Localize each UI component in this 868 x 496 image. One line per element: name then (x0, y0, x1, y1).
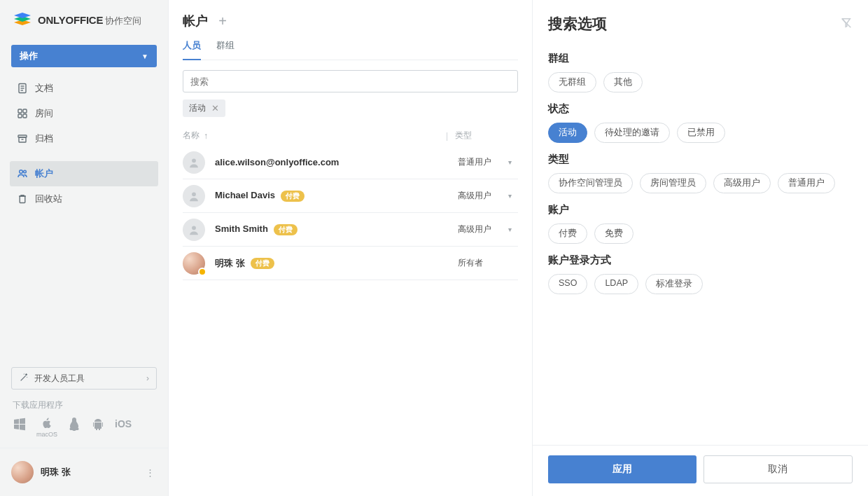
nav: 文档 房间 归档 帐户 回收站 (0, 76, 168, 212)
nav-accounts[interactable]: 帐户 (10, 161, 158, 186)
filter-section-title: 状态 (548, 102, 853, 116)
filter-chip-label: 活动 (189, 102, 206, 114)
chevron-down-icon[interactable]: ▾ (508, 226, 518, 233)
column-name[interactable]: 名称↑ (183, 130, 446, 142)
accounts-list: alice.wilson@onlyoffice.com普通用户▾Michael … (183, 146, 518, 280)
filter-pill[interactable]: 已禁用 (677, 123, 725, 143)
filter-pill[interactable]: 标准登录 (645, 274, 703, 294)
filter-pill[interactable]: 协作空间管理员 (548, 173, 633, 193)
svg-point-19 (192, 226, 196, 230)
tabs: 人员 群组 (183, 39, 518, 60)
chevron-down-icon[interactable]: ▾ (508, 158, 518, 166)
content: 帐户 + 人员 群组 活动 ✕ 名称↑ | 类型 alice. (169, 0, 532, 496)
ios-icon[interactable]: iOS (115, 417, 132, 438)
operations-button[interactable]: 操作 ▼ (11, 45, 157, 67)
search-input[interactable] (190, 76, 510, 87)
nav-trash[interactable]: 回收站 (10, 186, 158, 212)
row-type: 高级用户 (458, 223, 508, 235)
svg-rect-8 (23, 109, 27, 113)
nav-rooms[interactable]: 房间 (10, 101, 158, 126)
row-name: 明珠 张 (215, 258, 245, 268)
brand-name: ONLYOFFICE协作空间 (38, 14, 141, 27)
rooms-icon (17, 108, 28, 119)
macos-icon[interactable]: macOS (36, 417, 57, 438)
current-user-name: 明珠 张 (41, 466, 136, 478)
search-input-wrapper[interactable] (183, 70, 518, 92)
more-icon[interactable]: ⋮ (143, 467, 157, 478)
filter-pill[interactable]: SSO (548, 274, 587, 294)
filter-section-group: 群组无群组其他 (548, 52, 853, 92)
table-row[interactable]: Smith Smith付费高级用户▾ (183, 213, 518, 247)
nav-docs[interactable]: 文档 (10, 76, 158, 101)
svg-point-14 (20, 170, 23, 174)
accounts-icon (17, 168, 28, 179)
filter-section-login: 账户登录方式SSOLDAP标准登录 (548, 254, 853, 294)
row-type: 普通用户 (458, 156, 508, 168)
paid-badge: 付费 (274, 224, 298, 235)
filter-pill[interactable]: 高级用户 (713, 173, 771, 193)
document-icon (17, 83, 28, 94)
nav-archive[interactable]: 归档 (10, 126, 158, 151)
table-row[interactable]: Michael Davis付费高级用户▾ (183, 179, 518, 213)
filter-section-account: 账户付费免费 (548, 203, 853, 244)
avatar (11, 461, 34, 483)
row-name: alice.wilson@onlyoffice.com (215, 157, 339, 167)
chevron-down-icon: ▼ (141, 53, 148, 60)
filter-section-title: 账户登录方式 (548, 254, 853, 267)
filter-pill[interactable]: 付费 (548, 223, 587, 244)
download-apps-label: 下载应用程序 (0, 399, 168, 415)
svg-rect-16 (20, 196, 25, 203)
avatar (183, 252, 205, 275)
page-title: 帐户 (183, 13, 208, 29)
android-icon[interactable] (91, 417, 105, 438)
filter-pill[interactable]: 房间管理员 (640, 173, 706, 193)
table-row[interactable]: 明珠 张付费所有者 (183, 247, 518, 280)
row-type: 高级用户 (458, 190, 508, 202)
nav-docs-label: 文档 (35, 82, 53, 95)
row-name: Michael Davis (215, 190, 275, 200)
clear-filters-icon[interactable] (840, 17, 853, 32)
nav-rooms-label: 房间 (35, 107, 53, 120)
chevron-right-icon: › (146, 373, 149, 383)
filter-chip-active[interactable]: 活动 ✕ (183, 99, 225, 117)
tab-groups[interactable]: 群组 (216, 39, 234, 60)
paid-badge: 付费 (251, 258, 274, 269)
current-user[interactable]: 明珠 张 ⋮ (0, 448, 168, 496)
brand-logo-icon (13, 13, 32, 28)
svg-marker-2 (14, 13, 31, 18)
filter-pill[interactable]: 无群组 (548, 72, 596, 92)
filter-pill[interactable]: 普通用户 (778, 173, 835, 193)
svg-rect-9 (18, 114, 22, 118)
avatar (183, 185, 205, 207)
windows-icon[interactable] (13, 417, 27, 438)
filter-section-status: 状态活动待处理的邀请已禁用 (548, 102, 853, 143)
filter-pill[interactable]: 免费 (594, 223, 634, 244)
brand: ONLYOFFICE协作空间 (0, 0, 168, 35)
filter-pill[interactable]: 其他 (603, 72, 643, 92)
filter-panel: 搜索选项 群组无群组其他状态活动待处理的邀请已禁用类型协作空间管理员房间管理员高… (532, 0, 868, 496)
filter-section-title: 类型 (548, 153, 853, 166)
developer-tools-button[interactable]: 开发人员工具 › (11, 367, 157, 390)
column-headers: 名称↑ | 类型 (183, 127, 518, 146)
filter-pill[interactable]: LDAP (594, 274, 638, 294)
svg-point-18 (192, 192, 196, 196)
svg-rect-10 (23, 114, 27, 118)
cancel-button[interactable]: 取消 (704, 455, 853, 483)
apply-button[interactable]: 应用 (548, 455, 696, 483)
filter-pill[interactable]: 活动 (548, 123, 587, 143)
panel-title: 搜索选项 (548, 14, 607, 34)
close-icon[interactable]: ✕ (211, 103, 219, 113)
chevron-down-icon[interactable]: ▾ (508, 192, 518, 200)
tab-people[interactable]: 人员 (183, 39, 201, 60)
filter-pill[interactable]: 待处理的邀请 (594, 123, 670, 143)
operations-label: 操作 (20, 50, 38, 62)
apps-icons: macOS iOS (0, 415, 168, 448)
nav-archive-label: 归档 (35, 132, 53, 145)
linux-icon[interactable] (67, 417, 81, 438)
filter-section-type: 类型协作空间管理员房间管理员高级用户普通用户 (548, 153, 853, 193)
add-button[interactable]: + (216, 15, 229, 27)
column-type[interactable]: 类型 (455, 130, 518, 142)
row-name: Smith Smith (215, 223, 268, 234)
avatar (183, 219, 205, 241)
table-row[interactable]: alice.wilson@onlyoffice.com普通用户▾ (183, 146, 518, 179)
